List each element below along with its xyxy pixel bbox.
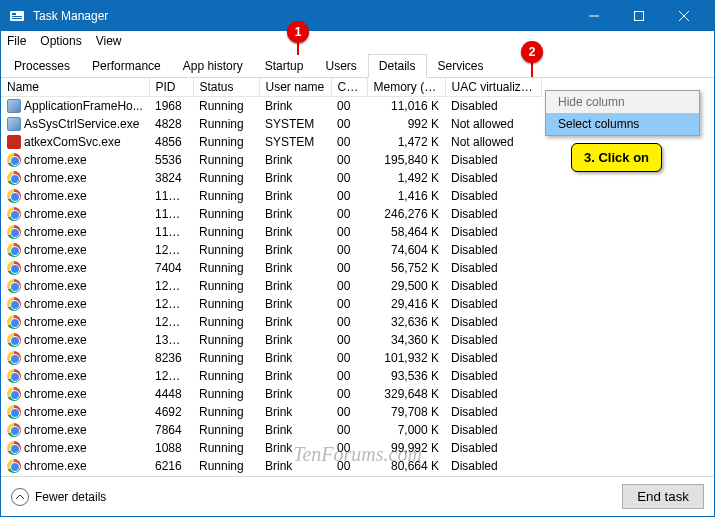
col-header-user[interactable]: User name [259, 78, 331, 97]
tab-details[interactable]: Details [368, 54, 427, 78]
cell-memory: 29,500 K [367, 277, 445, 295]
table-row[interactable]: chrome.exe11588RunningBrink00246,276 KDi… [1, 205, 541, 223]
tab-processes[interactable]: Processes [3, 54, 81, 78]
cell-cpu: 00 [331, 367, 367, 385]
table-row[interactable]: chrome.exe12292RunningBrink0093,536 KDis… [1, 367, 541, 385]
table-row[interactable]: chrome.exe5536RunningBrink00195,840 KDis… [1, 151, 541, 169]
maximize-button[interactable] [616, 1, 661, 31]
process-name: atkexComSvc.exe [24, 135, 121, 149]
table-row[interactable]: chrome.exe12860RunningBrink0029,500 KDis… [1, 277, 541, 295]
process-name: chrome.exe [24, 189, 87, 203]
process-icon [7, 261, 21, 275]
table-row[interactable]: atkexComSvc.exe4856RunningSYSTEM001,472 … [1, 133, 541, 151]
close-button[interactable] [661, 1, 706, 31]
cell-status: Running [193, 331, 259, 349]
tab-app-history[interactable]: App history [172, 54, 254, 78]
table-row[interactable]: chrome.exe11452RunningBrink001,416 KDisa… [1, 187, 541, 205]
cell-cpu: 00 [331, 421, 367, 439]
col-header-uac[interactable]: UAC virtualizat... [445, 78, 541, 97]
cell-status: Running [193, 151, 259, 169]
cell-user: Brink [259, 385, 331, 403]
table-row[interactable]: chrome.exe12944RunningBrink0032,636 KDis… [1, 313, 541, 331]
cell-status: Running [193, 241, 259, 259]
cell-status: Running [193, 133, 259, 151]
process-name: chrome.exe [24, 171, 87, 185]
cell-pid: 12944 [149, 313, 193, 331]
chevron-up-icon [11, 488, 29, 506]
table-row[interactable]: chrome.exe7864RunningBrink007,000 KDisab… [1, 421, 541, 439]
process-name: chrome.exe [24, 423, 87, 437]
cell-user: Brink [259, 169, 331, 187]
cell-pid: 4692 [149, 403, 193, 421]
svg-rect-5 [634, 12, 643, 21]
table-row[interactable]: chrome.exe1088RunningBrink0099,992 KDisa… [1, 439, 541, 457]
cell-pid: 13148 [149, 331, 193, 349]
col-header-memory[interactable]: Memory (a... [367, 78, 445, 97]
callout-click-on: 3. Click on [571, 143, 662, 172]
cell-uac: Disabled [445, 421, 541, 439]
cell-pid: 11452 [149, 187, 193, 205]
cell-uac: Disabled [445, 313, 541, 331]
callout-badge-1: 1 [287, 21, 309, 43]
cell-pid: 11624 [149, 223, 193, 241]
cell-uac: Disabled [445, 241, 541, 259]
table-row[interactable]: chrome.exe6216RunningBrink0080,664 KDisa… [1, 457, 541, 475]
menu-options[interactable]: Options [40, 34, 81, 48]
process-name: ApplicationFrameHo... [24, 99, 143, 113]
cell-status: Running [193, 277, 259, 295]
process-name: chrome.exe [24, 243, 87, 257]
menu-file[interactable]: File [7, 34, 26, 48]
process-name: chrome.exe [24, 333, 87, 347]
cell-user: Brink [259, 457, 331, 475]
context-select-columns[interactable]: Select columns [546, 113, 699, 135]
col-header-pid[interactable]: PID [149, 78, 193, 97]
col-header-name[interactable]: Name [1, 78, 149, 97]
callout-badge-2: 2 [521, 41, 543, 63]
minimize-button[interactable] [571, 1, 616, 31]
cell-status: Running [193, 223, 259, 241]
table-row[interactable]: chrome.exe8236RunningBrink00101,932 KDis… [1, 349, 541, 367]
cell-uac: Disabled [445, 439, 541, 457]
process-icon [7, 207, 21, 221]
tab-users[interactable]: Users [314, 54, 367, 78]
col-header-cpu[interactable]: CPU [331, 78, 367, 97]
table-row[interactable]: chrome.exe3824RunningBrink001,492 KDisab… [1, 169, 541, 187]
cell-uac: Disabled [445, 367, 541, 385]
fewer-details-button[interactable]: Fewer details [11, 488, 106, 506]
cell-user: Brink [259, 367, 331, 385]
titlebar[interactable]: Task Manager [1, 1, 714, 31]
table-row[interactable]: ApplicationFrameHo...1968RunningBrink001… [1, 97, 541, 116]
cell-user: Brink [259, 439, 331, 457]
end-task-button[interactable]: End task [622, 484, 704, 509]
process-icon [7, 405, 21, 419]
cell-user: Brink [259, 223, 331, 241]
cell-uac: Disabled [445, 295, 541, 313]
process-name: chrome.exe [24, 225, 87, 239]
cell-user: Brink [259, 277, 331, 295]
cell-memory: 93,536 K [367, 367, 445, 385]
process-icon [7, 243, 21, 257]
table-row[interactable]: chrome.exe12868RunningBrink0029,416 KDis… [1, 295, 541, 313]
details-table-wrap: Name PID Status User name CPU Memory (a.… [1, 78, 714, 478]
col-header-status[interactable]: Status [193, 78, 259, 97]
cell-pid: 5536 [149, 151, 193, 169]
cell-cpu: 00 [331, 133, 367, 151]
table-row[interactable]: chrome.exe4692RunningBrink0079,708 KDisa… [1, 403, 541, 421]
cell-user: Brink [259, 151, 331, 169]
table-row[interactable]: chrome.exe4448RunningBrink00329,648 KDis… [1, 385, 541, 403]
table-row[interactable]: AsSysCtrlService.exe4828RunningSYSTEM009… [1, 115, 541, 133]
tab-startup[interactable]: Startup [254, 54, 315, 78]
tab-performance[interactable]: Performance [81, 54, 172, 78]
table-row[interactable]: chrome.exe7404RunningBrink0056,752 KDisa… [1, 259, 541, 277]
process-icon [7, 387, 21, 401]
tab-services[interactable]: Services [427, 54, 495, 78]
cell-user: Brink [259, 331, 331, 349]
cell-pid: 12860 [149, 277, 193, 295]
table-row[interactable]: chrome.exe11624RunningBrink0058,464 KDis… [1, 223, 541, 241]
table-row[interactable]: chrome.exe12164RunningBrink0074,604 KDis… [1, 241, 541, 259]
cell-pid: 4448 [149, 385, 193, 403]
cell-memory: 1,492 K [367, 169, 445, 187]
cell-cpu: 00 [331, 349, 367, 367]
table-row[interactable]: chrome.exe13148RunningBrink0034,360 KDis… [1, 331, 541, 349]
menu-view[interactable]: View [96, 34, 122, 48]
